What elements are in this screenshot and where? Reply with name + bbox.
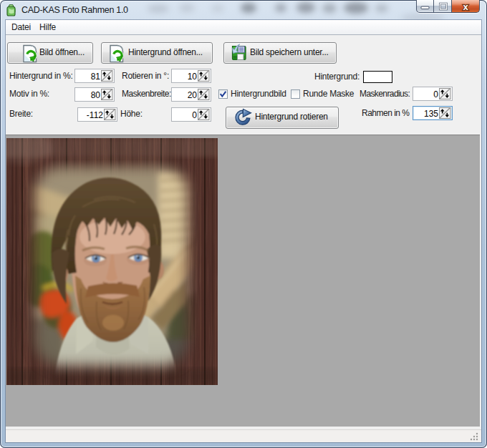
svg-text:x: x bbox=[463, 1, 468, 12]
